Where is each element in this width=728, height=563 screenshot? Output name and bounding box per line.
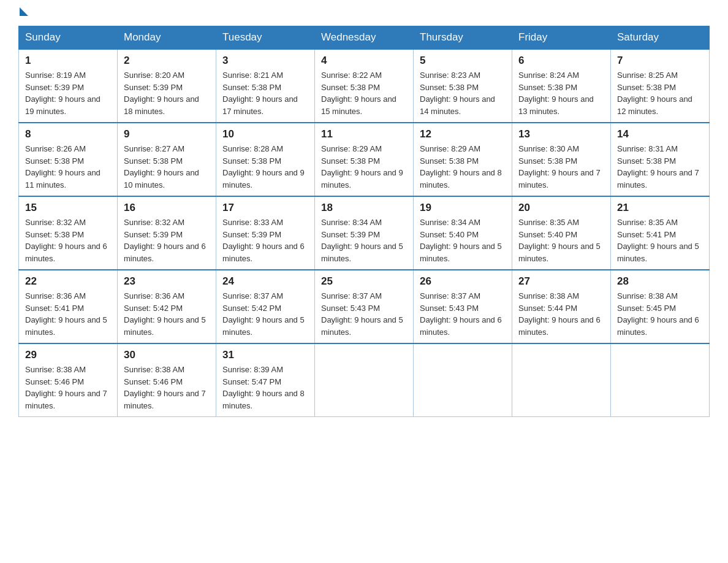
day-info: Sunrise: 8:32 AMSunset: 5:38 PMDaylight:… [25,218,107,263]
day-info: Sunrise: 8:31 AMSunset: 5:38 PMDaylight:… [617,144,699,190]
day-number: 4 [321,55,407,67]
calendar-week-row: 8 Sunrise: 8:26 AMSunset: 5:38 PMDayligh… [19,123,710,196]
calendar-header: SundayMondayTuesdayWednesdayThursdayFrid… [19,26,710,50]
calendar-cell: 3 Sunrise: 8:21 AMSunset: 5:38 PMDayligh… [216,49,315,123]
day-number: 17 [222,202,308,214]
day-number: 15 [25,202,111,214]
day-number: 8 [25,128,111,140]
day-info: Sunrise: 8:30 AMSunset: 5:38 PMDaylight:… [518,144,601,190]
day-info: Sunrise: 8:24 AMSunset: 5:38 PMDaylight:… [518,71,594,116]
day-info: Sunrise: 8:36 AMSunset: 5:41 PMDaylight:… [25,291,107,337]
calendar-cell: 25 Sunrise: 8:37 AMSunset: 5:43 PMDaylig… [315,270,414,343]
day-info: Sunrise: 8:19 AMSunset: 5:39 PMDaylight:… [25,71,100,116]
day-number: 3 [222,55,308,67]
day-number: 31 [222,349,308,361]
day-info: Sunrise: 8:32 AMSunset: 5:39 PMDaylight:… [124,218,206,263]
calendar-table: SundayMondayTuesdayWednesdayThursdayFrid… [18,26,710,417]
day-number: 28 [617,275,703,288]
calendar-cell: 12 Sunrise: 8:29 AMSunset: 5:38 PMDaylig… [414,123,512,196]
day-number: 27 [518,275,604,288]
calendar-cell: 30 Sunrise: 8:38 AMSunset: 5:46 PMDaylig… [118,343,216,417]
day-info: Sunrise: 8:26 AMSunset: 5:38 PMDaylight:… [25,144,100,190]
day-number: 7 [617,55,703,67]
weekday-header-monday: Monday [118,26,216,50]
calendar-cell: 11 Sunrise: 8:29 AMSunset: 5:38 PMDaylig… [315,123,414,196]
day-number: 6 [518,55,604,67]
calendar-week-row: 15 Sunrise: 8:32 AMSunset: 5:38 PMDaylig… [19,196,710,270]
calendar-cell: 24 Sunrise: 8:37 AMSunset: 5:42 PMDaylig… [216,270,315,343]
day-number: 14 [617,128,703,140]
day-number: 30 [124,349,210,361]
calendar-cell: 8 Sunrise: 8:26 AMSunset: 5:38 PMDayligh… [19,123,118,196]
weekday-header-thursday: Thursday [414,26,512,50]
calendar-cell: 6 Sunrise: 8:24 AMSunset: 5:38 PMDayligh… [512,49,611,123]
day-number: 20 [518,202,604,214]
day-info: Sunrise: 8:21 AMSunset: 5:38 PMDaylight:… [222,71,298,116]
day-info: Sunrise: 8:20 AMSunset: 5:39 PMDaylight:… [124,71,199,116]
page-header [18,12,710,15]
day-number: 11 [321,128,407,140]
calendar-cell: 21 Sunrise: 8:35 AMSunset: 5:41 PMDaylig… [611,196,710,270]
day-info: Sunrise: 8:33 AMSunset: 5:39 PMDaylight:… [222,218,305,263]
weekday-header-tuesday: Tuesday [216,26,315,50]
calendar-body: 1 Sunrise: 8:19 AMSunset: 5:39 PMDayligh… [19,49,710,417]
day-info: Sunrise: 8:27 AMSunset: 5:38 PMDaylight:… [124,144,199,190]
calendar-cell: 31 Sunrise: 8:39 AMSunset: 5:47 PMDaylig… [216,343,315,417]
day-info: Sunrise: 8:22 AMSunset: 5:38 PMDaylight:… [321,71,396,116]
calendar-cell: 22 Sunrise: 8:36 AMSunset: 5:41 PMDaylig… [19,270,118,343]
logo [18,12,28,13]
day-number: 24 [222,275,308,288]
day-info: Sunrise: 8:28 AMSunset: 5:38 PMDaylight:… [222,144,305,190]
day-number: 25 [321,275,407,288]
calendar-cell: 26 Sunrise: 8:37 AMSunset: 5:43 PMDaylig… [414,270,512,343]
day-info: Sunrise: 8:38 AMSunset: 5:44 PMDaylight:… [518,291,601,337]
calendar-cell [512,343,611,417]
day-number: 13 [518,128,604,140]
day-number: 2 [124,55,210,67]
calendar-cell: 15 Sunrise: 8:32 AMSunset: 5:38 PMDaylig… [19,196,118,270]
day-info: Sunrise: 8:38 AMSunset: 5:45 PMDaylight:… [617,291,699,337]
calendar-cell: 28 Sunrise: 8:38 AMSunset: 5:45 PMDaylig… [611,270,710,343]
day-info: Sunrise: 8:36 AMSunset: 5:42 PMDaylight:… [124,291,206,337]
calendar-week-row: 1 Sunrise: 8:19 AMSunset: 5:39 PMDayligh… [19,49,710,123]
day-number: 23 [124,275,210,288]
calendar-cell: 16 Sunrise: 8:32 AMSunset: 5:39 PMDaylig… [118,196,216,270]
calendar-cell: 14 Sunrise: 8:31 AMSunset: 5:38 PMDaylig… [611,123,710,196]
calendar-cell [414,343,512,417]
weekday-header-saturday: Saturday [611,26,710,50]
calendar-cell: 9 Sunrise: 8:27 AMSunset: 5:38 PMDayligh… [118,123,216,196]
calendar-cell: 2 Sunrise: 8:20 AMSunset: 5:39 PMDayligh… [118,49,216,123]
day-number: 12 [420,128,506,140]
weekday-header-friday: Friday [512,26,611,50]
day-info: Sunrise: 8:29 AMSunset: 5:38 PMDaylight:… [420,144,502,190]
day-number: 1 [25,55,111,67]
day-number: 22 [25,275,111,288]
calendar-cell: 20 Sunrise: 8:35 AMSunset: 5:40 PMDaylig… [512,196,611,270]
day-number: 10 [222,128,308,140]
day-info: Sunrise: 8:34 AMSunset: 5:40 PMDaylight:… [420,218,502,263]
calendar-cell: 1 Sunrise: 8:19 AMSunset: 5:39 PMDayligh… [19,49,118,123]
day-number: 9 [124,128,210,140]
calendar-cell: 4 Sunrise: 8:22 AMSunset: 5:38 PMDayligh… [315,49,414,123]
calendar-cell [611,343,710,417]
day-number: 21 [617,202,703,214]
day-info: Sunrise: 8:35 AMSunset: 5:40 PMDaylight:… [518,218,601,263]
day-number: 26 [420,275,506,288]
logo-triangle-icon [20,7,28,16]
day-number: 19 [420,202,506,214]
day-info: Sunrise: 8:35 AMSunset: 5:41 PMDaylight:… [617,218,699,263]
day-number: 5 [420,55,506,67]
day-info: Sunrise: 8:34 AMSunset: 5:39 PMDaylight:… [321,218,403,263]
calendar-cell: 18 Sunrise: 8:34 AMSunset: 5:39 PMDaylig… [315,196,414,270]
calendar-cell: 10 Sunrise: 8:28 AMSunset: 5:38 PMDaylig… [216,123,315,196]
day-number: 18 [321,202,407,214]
weekday-header-wednesday: Wednesday [315,26,414,50]
calendar-week-row: 29 Sunrise: 8:38 AMSunset: 5:46 PMDaylig… [19,343,710,417]
calendar-cell: 17 Sunrise: 8:33 AMSunset: 5:39 PMDaylig… [216,196,315,270]
day-info: Sunrise: 8:38 AMSunset: 5:46 PMDaylight:… [124,365,206,410]
day-info: Sunrise: 8:38 AMSunset: 5:46 PMDaylight:… [25,365,107,410]
calendar-week-row: 22 Sunrise: 8:36 AMSunset: 5:41 PMDaylig… [19,270,710,343]
calendar-cell: 19 Sunrise: 8:34 AMSunset: 5:40 PMDaylig… [414,196,512,270]
calendar-cell: 5 Sunrise: 8:23 AMSunset: 5:38 PMDayligh… [414,49,512,123]
day-number: 29 [25,349,111,361]
